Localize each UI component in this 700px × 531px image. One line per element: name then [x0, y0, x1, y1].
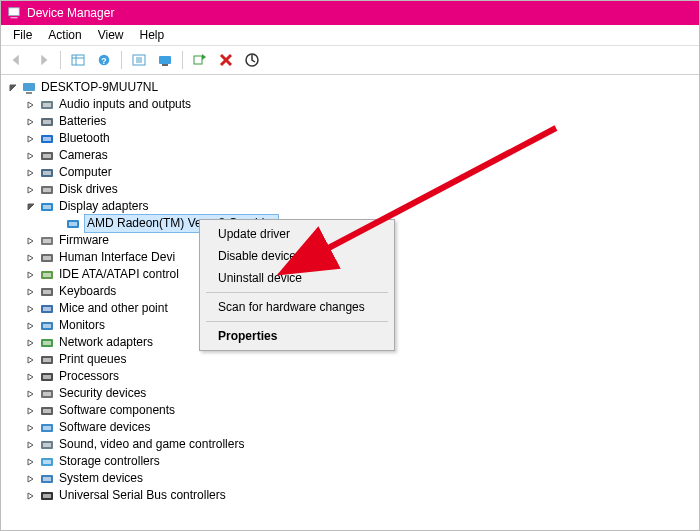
uninstall-device-button[interactable] [214, 48, 238, 72]
device-category-icon [39, 318, 55, 334]
show-hidden-button[interactable] [66, 48, 90, 72]
svg-rect-12 [162, 64, 168, 66]
collapse-icon[interactable] [25, 422, 37, 434]
device-category-icon [39, 301, 55, 317]
tree-category-label: Sound, video and game controllers [59, 436, 244, 453]
svg-rect-30 [43, 205, 51, 209]
menu-file[interactable]: File [5, 26, 40, 44]
update-driver-button[interactable] [153, 48, 177, 72]
collapse-icon[interactable] [25, 456, 37, 468]
tree-category[interactable]: Print queues [25, 351, 693, 368]
collapse-icon[interactable] [25, 371, 37, 383]
collapse-icon[interactable] [25, 354, 37, 366]
collapse-icon[interactable] [25, 133, 37, 145]
tree-category-label: Cameras [59, 147, 108, 164]
tree-category-label: Network adapters [59, 334, 153, 351]
tree-category[interactable]: Display adapters [25, 198, 693, 215]
context-menu-item[interactable]: Update driver [202, 223, 392, 245]
svg-rect-16 [26, 92, 32, 94]
svg-rect-56 [43, 426, 51, 430]
menu-view[interactable]: View [90, 26, 132, 44]
tree-category[interactable]: Disk drives [25, 181, 693, 198]
svg-rect-46 [43, 341, 51, 345]
tree-category[interactable]: Cameras [25, 147, 693, 164]
collapse-icon[interactable] [25, 286, 37, 298]
forward-button[interactable] [31, 48, 55, 72]
tree-category[interactable]: Computer [25, 164, 693, 181]
collapse-icon[interactable] [25, 252, 37, 264]
tree-category[interactable]: Audio inputs and outputs [25, 96, 693, 113]
device-category-icon [39, 199, 55, 215]
device-category-icon [39, 131, 55, 147]
context-menu-item[interactable]: Properties [202, 325, 392, 347]
tree-category[interactable]: Bluetooth [25, 130, 693, 147]
properties-button[interactable] [127, 48, 151, 72]
device-category-icon [39, 403, 55, 419]
collapse-icon[interactable] [25, 99, 37, 111]
device-category-icon [39, 165, 55, 181]
collapse-icon[interactable] [25, 490, 37, 502]
toolbar-divider [60, 51, 61, 69]
device-category-icon [39, 488, 55, 504]
tree-category[interactable]: Sound, video and game controllers [25, 436, 693, 453]
toolbar-divider [121, 51, 122, 69]
tree-category[interactable]: System devices [25, 470, 693, 487]
tree-category[interactable]: Processors [25, 368, 693, 385]
scan-hardware-button[interactable] [240, 48, 264, 72]
svg-rect-38 [43, 273, 51, 277]
tree-category-label: Software components [59, 402, 175, 419]
collapse-icon[interactable] [25, 473, 37, 485]
collapse-icon[interactable] [25, 184, 37, 196]
expand-icon[interactable] [7, 82, 19, 94]
window-title: Device Manager [27, 6, 114, 20]
back-button[interactable] [5, 48, 29, 72]
context-menu-item[interactable]: Disable device [202, 245, 392, 267]
svg-rect-50 [43, 375, 51, 379]
enable-device-button[interactable] [188, 48, 212, 72]
tree-category[interactable]: Security devices [25, 385, 693, 402]
device-tree-panel[interactable]: DESKTOP-9MUU7NLAudio inputs and outputsB… [1, 75, 699, 530]
tree-category-label: Audio inputs and outputs [59, 96, 191, 113]
tree-category[interactable]: Software components [25, 402, 693, 419]
tree-category[interactable]: Software devices [25, 419, 693, 436]
menu-help[interactable]: Help [132, 26, 173, 44]
collapse-icon[interactable] [25, 320, 37, 332]
collapse-icon[interactable] [25, 269, 37, 281]
device-category-icon [39, 114, 55, 130]
collapse-icon[interactable] [25, 167, 37, 179]
device-category-icon [39, 454, 55, 470]
tree-root[interactable]: DESKTOP-9MUU7NL [7, 79, 693, 96]
menu-action[interactable]: Action [40, 26, 89, 44]
svg-rect-40 [43, 290, 51, 294]
context-menu-separator [206, 292, 388, 293]
tree-category-label: Keyboards [59, 283, 116, 300]
svg-rect-2 [72, 55, 84, 65]
computer-icon [21, 80, 37, 96]
svg-rect-36 [43, 256, 51, 260]
toolbar-divider [182, 51, 183, 69]
collapse-icon[interactable] [25, 439, 37, 451]
device-category-icon [39, 369, 55, 385]
svg-rect-1 [11, 17, 18, 18]
svg-rect-26 [43, 171, 51, 175]
tree-category-label: Human Interface Devi [59, 249, 175, 266]
collapse-icon[interactable] [25, 405, 37, 417]
tree-category[interactable]: Storage controllers [25, 453, 693, 470]
help-button[interactable]: ? [92, 48, 116, 72]
tree-category-label: Disk drives [59, 181, 118, 198]
context-menu-item[interactable]: Scan for hardware changes [202, 296, 392, 318]
collapse-icon[interactable] [25, 235, 37, 247]
svg-rect-32 [69, 222, 77, 226]
tree-category[interactable]: Universal Serial Bus controllers [25, 487, 693, 504]
collapse-icon[interactable] [25, 116, 37, 128]
menubar: File Action View Help [1, 25, 699, 46]
device-category-icon [39, 352, 55, 368]
collapse-icon[interactable] [25, 303, 37, 315]
collapse-icon[interactable] [25, 388, 37, 400]
context-menu-item[interactable]: Uninstall device [202, 267, 392, 289]
expand-icon[interactable] [25, 201, 37, 213]
collapse-icon[interactable] [25, 150, 37, 162]
svg-rect-15 [23, 83, 35, 91]
collapse-icon[interactable] [25, 337, 37, 349]
tree-category[interactable]: Batteries [25, 113, 693, 130]
